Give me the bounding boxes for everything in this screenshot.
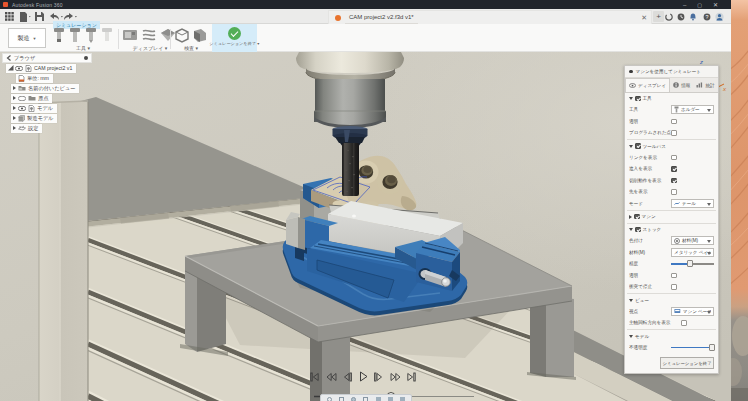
- opacity-slider[interactable]: [671, 343, 714, 352]
- show-leads-checkbox[interactable]: [671, 166, 677, 172]
- holder-icon: [674, 106, 679, 113]
- go-to-end-button[interactable]: [407, 372, 416, 382]
- tab-display[interactable]: ディスプレイ: [625, 78, 670, 92]
- go-to-start-button[interactable]: [310, 372, 319, 382]
- browser-item-origin[interactable]: 原点: [11, 94, 52, 104]
- browser-item-manufacturing-model[interactable]: 製造モデル: [11, 114, 57, 124]
- show-ahead-checkbox[interactable]: [671, 189, 677, 195]
- step-forward-button[interactable]: [374, 372, 383, 382]
- colorization-dropdown[interactable]: 材料(M): [671, 236, 714, 245]
- dialog-title-row[interactable]: マシンを使用してシミュレート: [625, 66, 718, 78]
- viewport-canvas[interactable]: z x: [0, 52, 731, 401]
- visibility-eye-icon[interactable]: [18, 96, 26, 101]
- display-group-label[interactable]: ディスプレイ ▾: [133, 45, 168, 51]
- tool-icons[interactable]: [52, 27, 114, 44]
- sync-status-icon[interactable]: [664, 12, 673, 21]
- browser-collapse-icon[interactable]: [6, 55, 12, 61]
- stock-transparent-checkbox[interactable]: [671, 273, 677, 279]
- material-icon: [674, 238, 680, 244]
- maximize-icon[interactable]: ▢: [697, 2, 702, 8]
- expand-arrow-icon[interactable]: [13, 86, 16, 90]
- mode-dropdown[interactable]: テール: [671, 199, 714, 208]
- section-model[interactable]: モデル: [625, 331, 718, 342]
- machine-section-checkbox[interactable]: [634, 214, 640, 220]
- section-toolpath[interactable]: ツールパス: [625, 141, 718, 152]
- browser-item-named-views[interactable]: 名前の付いたビュー: [11, 84, 79, 94]
- job-status-icon[interactable]: [676, 12, 685, 21]
- browser-options-dot[interactable]: [84, 56, 88, 60]
- dialog-drag-dot-icon: [629, 70, 633, 74]
- play-button[interactable]: [359, 371, 368, 382]
- expand-arrow-icon[interactable]: [13, 126, 16, 130]
- toolpath-section-checkbox[interactable]: [635, 143, 641, 149]
- spindle-direction-checkbox[interactable]: [681, 320, 687, 326]
- navigation-bar[interactable]: [320, 394, 412, 401]
- expand-arrow-icon[interactable]: [13, 106, 16, 110]
- collapse-arrow-icon[interactable]: [629, 335, 633, 338]
- minimize-icon[interactable]: –: [683, 2, 686, 8]
- notifications-bell-icon[interactable]: [688, 12, 697, 21]
- show-links-checkbox[interactable]: [671, 155, 677, 161]
- accuracy-slider[interactable]: [671, 259, 714, 268]
- fit-icon[interactable]: [363, 397, 368, 401]
- pan-icon[interactable]: [339, 397, 344, 401]
- document-tab[interactable]: CAM project2 v2.f3d v1* ✕: [328, 10, 652, 24]
- stop-on-collision-checkbox[interactable]: [671, 284, 677, 290]
- grid-settings-icon[interactable]: [388, 397, 393, 401]
- app-grid-icon[interactable]: [5, 11, 14, 22]
- inspect-icons[interactable]: [174, 27, 208, 44]
- close-simulation-button[interactable]: シミュレーションを終了: [660, 357, 714, 369]
- file-menu-icon[interactable]: [19, 11, 31, 22]
- stock-section-checkbox[interactable]: [635, 227, 641, 233]
- visibility-eye-icon[interactable]: [15, 66, 23, 71]
- material-dropdown[interactable]: メタリック ペイン...: [671, 248, 714, 257]
- tool-dropdown[interactable]: ホルダー: [671, 105, 714, 114]
- collapse-arrow-icon[interactable]: [629, 145, 633, 148]
- tool-section-checkbox[interactable]: [635, 96, 641, 102]
- row-show-links: リンクを表示: [625, 152, 718, 164]
- collapse-arrow-icon[interactable]: [629, 97, 633, 100]
- collapse-arrow-icon[interactable]: [629, 215, 632, 219]
- close-tab-icon[interactable]: ✕: [641, 14, 647, 22]
- units-icon: [18, 75, 25, 82]
- simulation-playback-controls: [310, 371, 480, 393]
- collapse-arrow-icon[interactable]: [629, 228, 633, 231]
- collapse-arrow-icon[interactable]: [629, 299, 633, 302]
- orbit-icon[interactable]: [327, 397, 332, 401]
- display-settings-icon[interactable]: [376, 397, 381, 401]
- inspect-group-label[interactable]: 検査 ▾: [184, 45, 198, 51]
- new-tab-button[interactable]: +: [653, 11, 664, 22]
- browser-header[interactable]: ブラウザ: [2, 53, 92, 63]
- section-tool[interactable]: 工具: [625, 93, 718, 104]
- save-icon[interactable]: [35, 11, 44, 22]
- tab-info[interactable]: 情報: [670, 78, 693, 92]
- show-cutting-checkbox[interactable]: [671, 178, 677, 184]
- zoom-icon[interactable]: [351, 397, 356, 401]
- workspace-selector[interactable]: 製造▼: [8, 28, 46, 48]
- expand-arrow-icon[interactable]: [13, 96, 16, 100]
- viewpoint-dropdown[interactable]: マシン ベース: [671, 307, 714, 316]
- tools-group-label[interactable]: 工具 ▾: [76, 45, 90, 51]
- viewports-icon[interactable]: [400, 397, 405, 401]
- close-window-icon[interactable]: ✕: [713, 1, 718, 8]
- folder-icon: [18, 85, 26, 91]
- browser-item-setups[interactable]: 設定: [11, 124, 42, 134]
- browser-item-root[interactable]: CAM project2 v1: [6, 64, 76, 74]
- next-operation-button[interactable]: [390, 372, 401, 382]
- visibility-eye-icon[interactable]: [18, 106, 26, 111]
- browser-item-model[interactable]: モデル: [11, 104, 57, 114]
- programmed-point-checkbox[interactable]: [671, 130, 677, 136]
- section-stock[interactable]: ストック: [625, 224, 718, 235]
- section-machine[interactable]: マシン: [625, 211, 718, 222]
- step-back-button[interactable]: [343, 372, 352, 382]
- help-icon[interactable]: ?: [702, 12, 711, 21]
- tab-statistics[interactable]: 統計: [693, 78, 717, 92]
- expand-arrow-icon[interactable]: [13, 116, 16, 120]
- section-view[interactable]: ビュー: [625, 295, 718, 306]
- browser-item-units[interactable]: 単位: mm: [16, 74, 53, 84]
- user-avatar[interactable]: [715, 12, 724, 21]
- dropdown-arrow-icon: [707, 109, 711, 112]
- end-simulation-button[interactable]: シミュレーションを終了 ▾: [212, 24, 257, 52]
- previous-operation-button[interactable]: [326, 372, 337, 382]
- tool-transparent-checkbox[interactable]: [671, 119, 677, 125]
